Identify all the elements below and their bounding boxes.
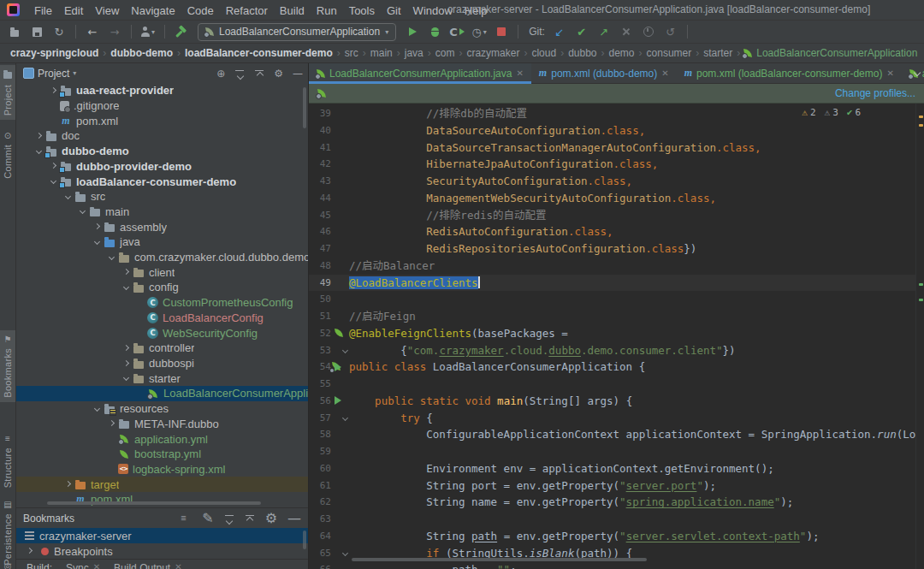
- change-profiles-link[interactable]: Change profiles...: [835, 87, 915, 99]
- menu-edit[interactable]: Edit: [58, 4, 89, 17]
- menu-git[interactable]: Git: [381, 4, 407, 17]
- breadcrumb-item[interactable]: dubbo-demo: [109, 47, 175, 59]
- menu-navigate[interactable]: Navigate: [125, 4, 181, 17]
- run-button[interactable]: [403, 23, 422, 40]
- code-line[interactable]: 56 public static void main(String[] args…: [309, 393, 924, 410]
- sync-button[interactable]: ↻: [50, 23, 68, 40]
- chevron-open-icon[interactable]: [107, 253, 116, 262]
- close-icon[interactable]: ✕: [175, 562, 181, 569]
- git-cherry-pick-button[interactable]: [617, 23, 636, 40]
- code-line[interactable]: 58 ConfigurableApplicationContext applic…: [309, 426, 924, 443]
- menu-build[interactable]: Build: [274, 4, 311, 17]
- breadcrumb-item[interactable]: src: [343, 47, 360, 59]
- tree-row[interactable]: config: [16, 280, 308, 295]
- build-tab[interactable]: Sync✕: [66, 562, 100, 569]
- code-line[interactable]: 48//启动Balancer: [309, 258, 924, 275]
- menu-refactor[interactable]: Refactor: [220, 4, 274, 17]
- breadcrumb-item[interactable]: crazymaker: [465, 47, 521, 59]
- typo-indicator[interactable]: ✔6: [847, 107, 861, 118]
- weak-warning-indicator[interactable]: ⚠3: [825, 107, 838, 118]
- tree-row[interactable]: dubbo-provider-demo: [16, 159, 308, 175]
- chevron-closed-icon[interactable]: [49, 162, 57, 170]
- locate-file-button[interactable]: ⊕: [216, 68, 225, 79]
- stop-button[interactable]: [492, 23, 511, 40]
- breadcrumb-item[interactable]: crazy-springcloud: [9, 47, 100, 59]
- collapse-all-button[interactable]: [254, 68, 264, 79]
- forward-button[interactable]: →: [105, 23, 124, 40]
- code-line[interactable]: 46 RedisAutoConfiguration.class,: [309, 223, 924, 240]
- tree-row[interactable]: bootstrap.yml: [16, 447, 308, 462]
- editor-error-stripe[interactable]: [915, 104, 924, 569]
- breadcrumb-item[interactable]: LoadBalancerConsumerApplication: [755, 47, 919, 59]
- build-project-button[interactable]: [172, 23, 191, 40]
- profiler-button[interactable]: ◷▾: [470, 23, 489, 40]
- menu-code[interactable]: Code: [181, 4, 220, 17]
- breadcrumb-item[interactable]: consumer: [645, 47, 694, 59]
- menu-tools[interactable]: Tools: [343, 4, 381, 17]
- code-line[interactable]: 41 DataSourceTransactionManagerAutoConfi…: [309, 139, 924, 157]
- sidebar-tab-project[interactable]: Project: [0, 65, 15, 120]
- code-line[interactable]: 52@EnableFeignClients(basePackages =: [309, 325, 924, 342]
- chevron-open-icon[interactable]: [92, 405, 101, 413]
- tree-row[interactable]: application.yml: [16, 431, 308, 447]
- tree-row[interactable]: starter: [16, 370, 308, 386]
- tree-row[interactable]: uaa-react-provider: [16, 83, 308, 98]
- run-gutter-icon[interactable]: [335, 396, 341, 405]
- build-tab[interactable]: Build Output✕: [114, 562, 181, 569]
- code-line[interactable]: 63: [309, 511, 924, 528]
- close-icon[interactable]: ✕: [516, 68, 523, 78]
- code-line[interactable]: 54public class LoadBalancerConsumerAppli…: [309, 359, 924, 376]
- editor-tab[interactable]: mpom.xml (loadBalancer-consumer-demo)✕: [677, 63, 902, 83]
- code-line[interactable]: 64 String path = env.getProperty("server…: [309, 528, 924, 545]
- add-bookmark-button[interactable]: ≡: [181, 513, 192, 523]
- code-line[interactable]: 62 String name = env.getProperty("spring…: [309, 494, 924, 511]
- code-line[interactable]: 50: [309, 291, 924, 308]
- chevron-closed-icon[interactable]: [121, 344, 130, 353]
- close-icon[interactable]: ✕: [93, 562, 100, 569]
- code-line[interactable]: 60 Environment env = applicationContext.…: [309, 460, 924, 477]
- tree-row[interactable]: CWebSecurityConfig: [16, 325, 308, 341]
- chevron-open-icon[interactable]: [121, 283, 130, 292]
- code-line[interactable]: 53 {"com.crazymaker.cloud.dubbo.demo.con…: [309, 342, 924, 359]
- tree-row[interactable]: dubbo-demo: [16, 144, 308, 159]
- tree-row[interactable]: META-INF.dubbo: [16, 416, 308, 431]
- close-icon[interactable]: ✕: [886, 68, 893, 78]
- breadcrumb-item[interactable]: dubbo: [566, 47, 598, 59]
- chevron-down-icon[interactable]: ▾: [73, 69, 76, 77]
- code-editor[interactable]: ⚠2⚠3✔6 39 //排除db的自动配置40 DataSourceAutoCo…: [309, 104, 924, 569]
- settings-gear-button[interactable]: ⚙: [265, 510, 277, 526]
- tree-row[interactable]: mpom.xml: [16, 492, 308, 507]
- chevron-closed-icon[interactable]: [34, 132, 43, 140]
- tree-row[interactable]: java: [16, 234, 308, 250]
- coverage-button[interactable]: C: [447, 23, 466, 40]
- back-button[interactable]: ←: [83, 23, 102, 40]
- chevron-closed-icon[interactable]: [121, 359, 130, 368]
- sidebar-tab-bookmarks[interactable]: ⚑Bookmarks: [0, 330, 15, 402]
- code-line[interactable]: 61 String port = env.getProperty("server…: [309, 477, 924, 495]
- tree-row[interactable]: loadBalancer-consumer-demo: [16, 174, 308, 189]
- warning-indicator[interactable]: ⚠2: [802, 107, 815, 118]
- git-push-button[interactable]: ↗: [595, 23, 613, 40]
- code-line[interactable]: 57 try {: [309, 410, 924, 427]
- chevron-closed-icon[interactable]: [92, 222, 101, 231]
- menu-view[interactable]: View: [89, 4, 125, 17]
- tree-vertical-scrollbar[interactable]: [303, 87, 306, 128]
- code-line[interactable]: 42 HibernateJpaAutoConfiguration.class,: [309, 156, 924, 173]
- tree-row[interactable]: assembly: [16, 219, 308, 234]
- menu-run[interactable]: Run: [311, 4, 343, 17]
- hide-panel-button[interactable]: —: [293, 68, 303, 79]
- run-configuration-select[interactable]: LoadBalancerConsumerApplication ▾: [198, 23, 396, 41]
- open-button[interactable]: [5, 23, 24, 40]
- bookmark-row[interactable]: crazymaker-server: [16, 528, 308, 543]
- collapse-all-button[interactable]: [245, 513, 255, 524]
- tree-row[interactable]: <>logback-spring.xml: [16, 462, 308, 477]
- tree-row[interactable]: client: [16, 264, 308, 280]
- chevron-closed-icon[interactable]: [25, 547, 33, 555]
- chevron-open-icon[interactable]: [63, 193, 72, 201]
- tree-row[interactable]: CLoadBalancerConfig: [16, 311, 308, 326]
- breadcrumb-item[interactable]: loadBalancer-consumer-demo: [183, 47, 335, 59]
- tree-row[interactable]: mpom.xml: [16, 113, 308, 128]
- code-line[interactable]: 66 path = "";: [309, 561, 924, 569]
- chevron-open-icon[interactable]: [34, 147, 43, 156]
- code-line[interactable]: 45 //排除redis的自动配置: [309, 207, 924, 224]
